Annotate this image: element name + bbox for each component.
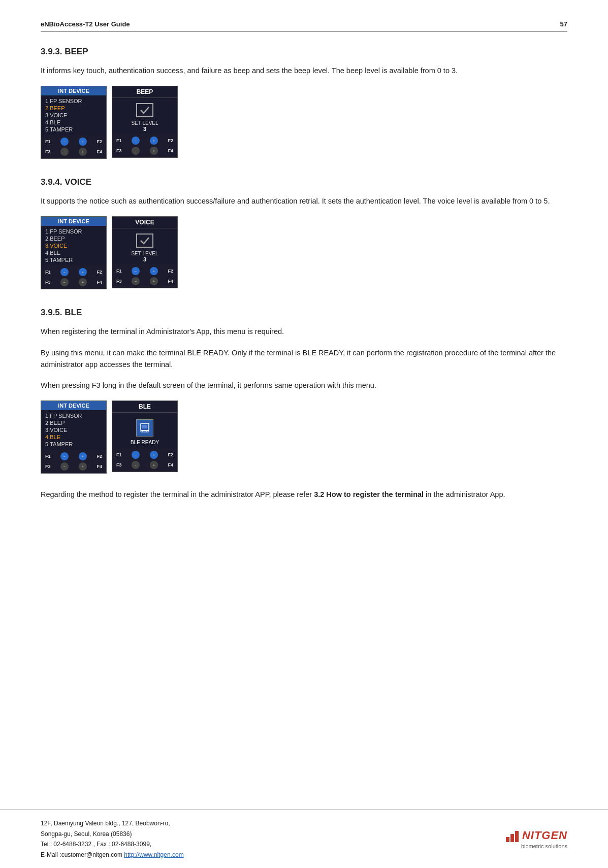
- section-body-beep: It informs key touch, authentication suc…: [41, 65, 567, 77]
- section-heading-beep: 3.9.3. BEEP: [41, 47, 567, 57]
- footer-line3: Tel : 02-6488-3232 , Fax : 02-6488-3099,: [41, 841, 151, 848]
- ble-left-panel: INT DEVICE 1.FP SENSOR 2.BEEP 3.VOICE 4.…: [41, 400, 107, 474]
- voice-left-panel: INT DEVICE 1.FP SENSOR 2.BEEP 3.VOICE 4.…: [41, 216, 107, 289]
- ble-note-bold: 3.2 How to register the terminal: [314, 490, 424, 498]
- br-btn-minus2[interactable]: −: [132, 461, 140, 469]
- beep-right-panel: BEEP SET LEVEL 3 F1 − + F2: [112, 86, 178, 158]
- section-voice: 3.9.4. VOICE It supports the notice such…: [41, 177, 567, 289]
- br-btn-plus2[interactable]: +: [150, 461, 158, 469]
- ble-right-content: BLE READY: [112, 413, 177, 448]
- v-menu-beep: 2.BEEP: [45, 235, 102, 242]
- bl-btn-f1: F1: [45, 454, 51, 459]
- voice-right-panel: VOICE SET LEVEL 3 F1 − + F2: [112, 216, 178, 288]
- vr-btn-plus2[interactable]: +: [150, 277, 158, 285]
- beep-check-icon: [136, 103, 153, 117]
- vl-btn-minus1[interactable]: −: [60, 268, 69, 276]
- header-page: 57: [560, 20, 567, 28]
- section-body-voice: It supports the notice such as authentic…: [41, 195, 567, 207]
- beep-screens: INT DEVICE 1.FP SENSOR 2.BEEP 3.VOICE 4.…: [41, 86, 567, 159]
- v-menu-ble: 4.BLE: [45, 249, 102, 256]
- footer-logo-block: NITGEN biometric solutions: [506, 829, 567, 849]
- footer-line4: E-Mail :customer@nitgen.com http://www.n…: [41, 851, 184, 858]
- set-level-value-beep: 3: [143, 126, 146, 132]
- vl-btn-f2: F2: [97, 270, 102, 275]
- r-btn-plus2[interactable]: +: [150, 147, 158, 155]
- bl-btn-minus2[interactable]: −: [60, 462, 69, 471]
- btn-f2: F2: [97, 139, 102, 144]
- btn-plus1[interactable]: +: [79, 138, 87, 146]
- set-level-value-voice: 3: [143, 256, 146, 262]
- footer-link[interactable]: http://www.nitgen.com: [124, 851, 183, 858]
- beep-left-panel: INT DEVICE 1.FP SENSOR 2.BEEP 3.VOICE 4.…: [41, 86, 107, 159]
- page-footer: 12F, Daemyung Valeon bldg., 127, Beobwon…: [0, 810, 608, 868]
- voice-left-btns: F1 − + F2 F3 − + F4: [41, 265, 106, 289]
- r-btn-f3: F3: [116, 148, 122, 153]
- menu-item-tamper: 5.TAMPER: [45, 126, 102, 133]
- btn-f4: F4: [97, 149, 102, 154]
- nitgen-sub: biometric solutions: [521, 843, 567, 849]
- nitgen-text: NITGEN: [522, 829, 567, 842]
- b-menu-fp: 1.FP SENSOR: [45, 412, 102, 419]
- btn-minus2[interactable]: −: [60, 148, 69, 156]
- btn-minus1[interactable]: −: [60, 138, 69, 146]
- voice-right-header: VOICE: [112, 217, 177, 228]
- vl-btn-plus1[interactable]: +: [79, 268, 87, 276]
- section-body-ble1: When registering the terminal in Adminis…: [41, 326, 567, 338]
- footer-address: 12F, Daemyung Valeon bldg., 127, Beobwon…: [41, 818, 184, 860]
- bl-btn-plus2[interactable]: +: [79, 462, 87, 471]
- vl-btn-f3: F3: [45, 280, 51, 285]
- voice-left-header: INT DEVICE: [41, 217, 106, 226]
- bl-btn-f4: F4: [97, 464, 102, 469]
- btn-f1: F1: [45, 139, 51, 144]
- voice-right-btns: F1 − + F2 F3 − + F4: [112, 264, 177, 288]
- r-btn-f2: F2: [168, 138, 173, 143]
- ble-ready-label: BLE READY: [131, 440, 159, 445]
- ble-left-btns: F1 − + F2 F3 − + F4: [41, 450, 106, 473]
- beep-menu: 1.FP SENSOR 2.BEEP 3.VOICE 4.BLE 5.TAMPE…: [41, 95, 106, 135]
- nitgen-logo: NITGEN: [506, 829, 567, 842]
- header-title: eNBioAccess-T2 User Guide: [41, 20, 130, 28]
- voice-screens: INT DEVICE 1.FP SENSOR 2.BEEP 3.VOICE 4.…: [41, 216, 567, 289]
- footer-line2: Songpa-gu, Seoul, Korea (05836): [41, 830, 132, 838]
- r-btn-minus2[interactable]: −: [132, 147, 140, 155]
- vl-btn-plus2[interactable]: +: [79, 278, 87, 286]
- ble-device-icon: [136, 419, 153, 437]
- r-btn-plus1[interactable]: +: [150, 137, 158, 145]
- v-menu-tamper: 5.TAMPER: [45, 256, 102, 263]
- b-menu-voice: 3.VOICE: [45, 426, 102, 433]
- beep-right-header: BEEP: [112, 86, 177, 98]
- vl-btn-f4: F4: [97, 280, 102, 285]
- vl-btn-minus2[interactable]: −: [60, 278, 69, 286]
- vr-btn-f3: F3: [116, 279, 122, 284]
- footer-line1: 12F, Daemyung Valeon bldg., 127, Beobwon…: [41, 820, 170, 827]
- bl-btn-f3: F3: [45, 464, 51, 469]
- section-body-ble2: By using this menu, it can make the term…: [41, 347, 567, 371]
- br-btn-f4: F4: [168, 462, 173, 468]
- ble-screens: INT DEVICE 1.FP SENSOR 2.BEEP 3.VOICE 4.…: [41, 400, 567, 474]
- ble-right-panel: BLE BLE READY: [112, 400, 178, 472]
- bl-btn-plus1[interactable]: +: [79, 452, 87, 460]
- r-btn-minus1[interactable]: −: [132, 137, 140, 145]
- voice-menu: 1.FP SENSOR 2.BEEP 3.VOICE 4.BLE 5.TAMPE…: [41, 226, 106, 265]
- menu-item-voice: 3.VOICE: [45, 112, 102, 119]
- vr-btn-minus2[interactable]: −: [132, 277, 140, 285]
- b-menu-ble-active: 4.BLE: [45, 433, 102, 441]
- btn-plus2[interactable]: +: [79, 148, 87, 156]
- r-btn-f4: F4: [168, 148, 173, 153]
- br-btn-f3: F3: [116, 462, 122, 468]
- vr-btn-minus1[interactable]: −: [132, 267, 140, 275]
- beep-right-content: SET LEVEL 3: [112, 98, 177, 134]
- vr-btn-f1: F1: [116, 269, 122, 274]
- ble-menu: 1.FP SENSOR 2.BEEP 3.VOICE 4.BLE 5.TAMPE…: [41, 410, 106, 450]
- voice-check-icon: [136, 233, 153, 248]
- svg-rect-2: [141, 430, 149, 432]
- b-menu-beep: 2.BEEP: [45, 419, 102, 426]
- vr-btn-plus1[interactable]: +: [150, 267, 158, 275]
- bl-btn-minus1[interactable]: −: [60, 452, 69, 460]
- set-level-label-beep: SET LEVEL: [131, 120, 158, 126]
- br-btn-plus1[interactable]: +: [150, 451, 158, 459]
- menu-item-beep-active: 2.BEEP: [45, 105, 102, 112]
- br-btn-minus1[interactable]: −: [132, 451, 140, 459]
- section-heading-ble: 3.9.5. BLE: [41, 308, 567, 318]
- menu-item-ble: 4.BLE: [45, 119, 102, 126]
